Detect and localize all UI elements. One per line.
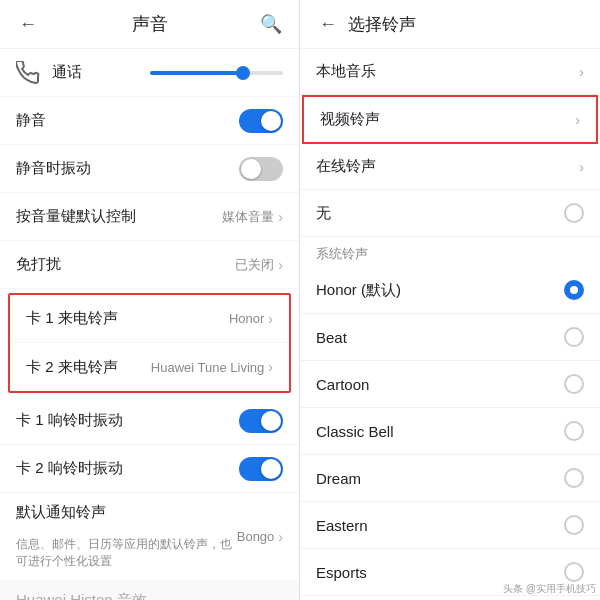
notify-row[interactable]: 默认通知铃声 信息、邮件、日历等应用的默认铃声，也可进行个性化设置 Bongo … bbox=[0, 493, 299, 581]
toggle-thumb-3 bbox=[261, 411, 281, 431]
local-label: 本地音乐 bbox=[316, 62, 579, 81]
esports-label: Esports bbox=[316, 564, 564, 581]
notify-value: Bongo bbox=[237, 529, 275, 544]
phone-icon bbox=[16, 61, 40, 85]
volume-thumb bbox=[236, 66, 250, 80]
card2-chevron: › bbox=[268, 359, 273, 375]
back-button-left[interactable]: ← bbox=[16, 12, 40, 36]
left-title: 声音 bbox=[132, 12, 168, 36]
volume-fill bbox=[150, 71, 243, 75]
left-content: 通话 静音 静音时振动 bbox=[0, 49, 299, 600]
none-label: 无 bbox=[316, 204, 564, 223]
card1-label: 卡 1 来电铃声 bbox=[26, 309, 118, 328]
mute-label: 静音 bbox=[16, 111, 46, 130]
card2-label: 卡 2 来电铃声 bbox=[26, 358, 118, 377]
card1-vib-toggle[interactable] bbox=[239, 409, 283, 433]
card-ringtone-section: 卡 1 来电铃声 Honor › 卡 2 来电铃声 Huawei Tune Li… bbox=[8, 293, 291, 393]
none-row[interactable]: 无 bbox=[300, 190, 600, 237]
mute-toggle[interactable] bbox=[239, 109, 283, 133]
video-chevron: › bbox=[575, 112, 580, 128]
card1-vib-row: 卡 1 响铃时振动 bbox=[0, 397, 299, 445]
eastern-row[interactable]: Eastern bbox=[300, 502, 600, 549]
eastern-label: Eastern bbox=[316, 517, 564, 534]
video-ringtone-section: 视频铃声 › bbox=[302, 95, 598, 144]
sys-section-label: 系统铃声 bbox=[300, 237, 600, 267]
cartoon-radio[interactable] bbox=[564, 374, 584, 394]
call-volume-row: 通话 bbox=[0, 49, 299, 97]
vibrate-mute-row: 静音时振动 bbox=[0, 145, 299, 193]
watermark: 头条 @实用手机技巧 bbox=[503, 582, 596, 596]
none-radio[interactable] bbox=[564, 203, 584, 223]
back-button-right[interactable]: ← bbox=[316, 12, 340, 36]
card2-ringtone-row[interactable]: 卡 2 来电铃声 Huawei Tune Living › bbox=[10, 343, 289, 391]
local-music-row[interactable]: 本地音乐 › bbox=[300, 49, 600, 95]
classic-bell-label: Classic Bell bbox=[316, 423, 564, 440]
dnd-label: 免打扰 bbox=[16, 255, 61, 274]
notify-sublabel: 信息、邮件、日历等应用的默认铃声，也可进行个性化设置 bbox=[16, 536, 232, 570]
card2-vib-toggle[interactable] bbox=[239, 457, 283, 481]
card2-value: Huawei Tune Living bbox=[151, 360, 264, 375]
online-label: 在线铃声 bbox=[316, 157, 579, 176]
vibrate-mute-label: 静音时振动 bbox=[16, 159, 91, 178]
honor-row[interactable]: Honor (默认) bbox=[300, 267, 600, 314]
cartoon-label: Cartoon bbox=[316, 376, 564, 393]
card1-vib-label: 卡 1 响铃时振动 bbox=[16, 411, 123, 430]
dream-radio[interactable] bbox=[564, 468, 584, 488]
volume-key-row[interactable]: 按音量键默认控制 媒体音量 › bbox=[0, 193, 299, 241]
histen-label: Huawei Histen 音效 bbox=[16, 591, 147, 600]
chevron-icon: › bbox=[278, 209, 283, 225]
cartoon-row[interactable]: Cartoon bbox=[300, 361, 600, 408]
vibrate-mute-toggle[interactable] bbox=[239, 157, 283, 181]
card1-value: Honor bbox=[229, 311, 264, 326]
call-label: 通话 bbox=[52, 63, 82, 82]
classic-bell-radio[interactable] bbox=[564, 421, 584, 441]
esports-radio[interactable] bbox=[564, 562, 584, 582]
right-header: ← 选择铃声 bbox=[300, 0, 600, 49]
volume-key-value: 媒体音量 bbox=[222, 208, 274, 226]
call-volume-slider[interactable] bbox=[150, 71, 284, 75]
online-chevron: › bbox=[579, 159, 584, 175]
video-ringtone-row[interactable]: 视频铃声 › bbox=[304, 97, 596, 142]
card1-ringtone-row[interactable]: 卡 1 来电铃声 Honor › bbox=[10, 295, 289, 343]
notify-label: 默认通知铃声 bbox=[16, 503, 106, 522]
dream-label: Dream bbox=[316, 470, 564, 487]
card2-vib-row: 卡 2 响铃时振动 bbox=[0, 445, 299, 493]
honor-label: Honor (默认) bbox=[316, 281, 564, 300]
notify-chevron: › bbox=[278, 529, 283, 545]
right-panel: ← 选择铃声 本地音乐 › 视频铃声 › 在线铃声 › 无 系统铃声 bbox=[300, 0, 600, 600]
mute-row: 静音 bbox=[0, 97, 299, 145]
honor-radio[interactable] bbox=[564, 280, 584, 300]
right-content: 本地音乐 › 视频铃声 › 在线铃声 › 无 系统铃声 Honor (默认) bbox=[300, 49, 600, 600]
beat-row[interactable]: Beat bbox=[300, 314, 600, 361]
card2-vib-label: 卡 2 响铃时振动 bbox=[16, 459, 123, 478]
toggle-thumb-2 bbox=[241, 159, 261, 179]
online-ringtone-row[interactable]: 在线铃声 › bbox=[300, 144, 600, 190]
chevron-icon-dnd: › bbox=[278, 257, 283, 273]
beat-radio[interactable] bbox=[564, 327, 584, 347]
beat-label: Beat bbox=[316, 329, 564, 346]
dream-row[interactable]: Dream bbox=[300, 455, 600, 502]
histen-row[interactable]: Huawei Histen 音效 连接耳机时可用 › bbox=[0, 581, 299, 600]
dnd-value: 已关闭 bbox=[235, 256, 274, 274]
video-label: 视频铃声 bbox=[320, 110, 575, 129]
eastern-radio[interactable] bbox=[564, 515, 584, 535]
call-row-left: 通话 bbox=[16, 61, 150, 85]
search-button[interactable]: 🔍 bbox=[259, 12, 283, 36]
right-title: 选择铃声 bbox=[348, 13, 584, 36]
classic-bell-row[interactable]: Classic Bell bbox=[300, 408, 600, 455]
dnd-row[interactable]: 免打扰 已关闭 › bbox=[0, 241, 299, 289]
toggle-thumb-4 bbox=[261, 459, 281, 479]
flipped-row[interactable]: Flipped bbox=[300, 596, 600, 600]
volume-key-label: 按音量键默认控制 bbox=[16, 207, 136, 226]
left-panel: ← 声音 🔍 通话 静音 bbox=[0, 0, 300, 600]
local-chevron: › bbox=[579, 64, 584, 80]
card1-chevron: › bbox=[268, 311, 273, 327]
toggle-thumb bbox=[261, 111, 281, 131]
left-header: ← 声音 🔍 bbox=[0, 0, 299, 49]
